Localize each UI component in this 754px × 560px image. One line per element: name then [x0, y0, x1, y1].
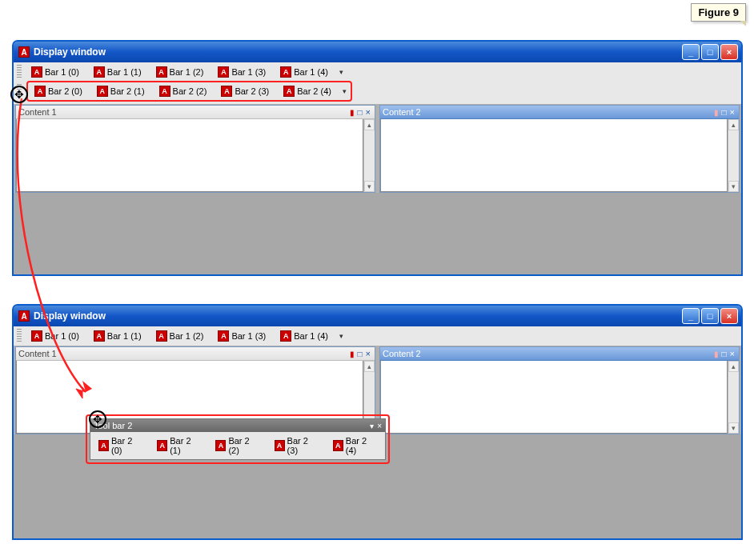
- content-pane-2: Content 2 ▮ □ × ▴ ▾: [379, 346, 740, 434]
- button-icon: A: [275, 440, 285, 451]
- button-icon: A: [221, 86, 232, 97]
- button-label: Bar 2 (3): [287, 436, 319, 455]
- toolbar-area: ABar 1 (0) ABar 1 (1) ABar 1 (2) ABar 1 …: [14, 326, 741, 346]
- pane-header[interactable]: Content 1 ▮ □ ×: [16, 347, 375, 361]
- pane-body: [380, 119, 728, 192]
- display-window-bottom: A Display window _ □ × ABar 1 (0) ABar 1…: [12, 304, 743, 540]
- maximize-button[interactable]: □: [701, 44, 719, 60]
- button-icon: A: [218, 330, 229, 342]
- window-title: Display window: [34, 310, 106, 322]
- button-icon: A: [159, 86, 170, 97]
- button-label: Bar 1 (2): [170, 331, 204, 341]
- scroll-up-icon[interactable]: ▴: [364, 119, 375, 130]
- button-label: Bar 1 (2): [170, 67, 204, 77]
- pane-header[interactable]: Content 1 ▮ □ ×: [16, 106, 375, 119]
- close-icon[interactable]: ×: [377, 422, 382, 430]
- close-button[interactable]: ×: [720, 308, 738, 324]
- toolbar-button[interactable]: ABar 1 (3): [213, 329, 271, 343]
- toolbar-grip[interactable]: [17, 329, 22, 343]
- toolbar-button[interactable]: ABar 1 (1): [89, 65, 146, 79]
- button-icon: A: [97, 86, 108, 97]
- scrollbar[interactable]: ▴ ▾: [728, 119, 739, 192]
- button-icon: A: [215, 440, 226, 451]
- toolbar-overflow[interactable]: ▾: [338, 66, 346, 78]
- toolbar-overflow[interactable]: ▾: [338, 330, 346, 342]
- button-label: Bar 1 (3): [231, 67, 266, 77]
- toolbar-button[interactable]: ABar 1 (4): [275, 65, 333, 79]
- button-label: Bar 2 (0): [48, 86, 82, 96]
- close-icon[interactable]: ×: [730, 107, 735, 117]
- toolbar-button[interactable]: ABar 2 (1): [92, 84, 150, 98]
- button-label: Bar 2 (2): [228, 436, 259, 455]
- scroll-up-icon[interactable]: ▴: [364, 361, 375, 372]
- pane-title: Content 2: [383, 107, 421, 117]
- toolbar-overflow[interactable]: ▾: [341, 86, 349, 97]
- scroll-up-icon[interactable]: ▴: [728, 119, 739, 130]
- content-pane-1: Content 1 ▮ □ × ▴ ▾: [15, 105, 375, 193]
- toolbar-button[interactable]: ABar 1 (2): [151, 65, 209, 79]
- minimize-icon: _: [688, 47, 693, 57]
- toolbar-button[interactable]: ABar 2 (0): [30, 84, 87, 98]
- pane-header[interactable]: Content 2 ▮ □ ×: [380, 347, 739, 361]
- toolbar-button[interactable]: ABar 1 (1): [89, 329, 146, 343]
- toolbar-button[interactable]: ABar 1 (3): [213, 65, 271, 79]
- toolbar-grip[interactable]: [17, 65, 22, 79]
- toolbar-button[interactable]: ABar 2 (0): [94, 434, 147, 457]
- button-label: Bar 1 (3): [231, 331, 266, 341]
- scroll-up-icon[interactable]: ▴: [728, 361, 739, 372]
- toolbar-button[interactable]: ABar 2 (3): [270, 434, 323, 457]
- window-background: Tool bar 2 ▾ × ABar 2 (0) ABar 2 (1) ABa…: [14, 434, 741, 538]
- scrollbar[interactable]: ▴ ▾: [363, 119, 375, 192]
- maximize-icon[interactable]: □: [722, 350, 727, 358]
- button-icon: A: [94, 330, 105, 342]
- toolbar-1[interactable]: ABar 1 (0) ABar 1 (1) ABar 1 (2) ABar 1 …: [17, 64, 738, 80]
- toolbar-button[interactable]: ABar 1 (2): [151, 329, 209, 343]
- move-cursor-icon: [10, 86, 28, 103]
- toolbar-button[interactable]: ABar 2 (3): [216, 84, 274, 98]
- titlebar[interactable]: A Display window _ □ ×: [14, 306, 741, 326]
- button-icon: A: [280, 66, 291, 78]
- toolbar-button[interactable]: ABar 2 (2): [154, 84, 212, 98]
- toolbar-button[interactable]: ABar 2 (4): [279, 84, 336, 98]
- floating-toolbar[interactable]: Tool bar 2 ▾ × ABar 2 (0) ABar 2 (1) ABa…: [90, 418, 386, 460]
- button-label: Bar 2 (4): [346, 436, 377, 455]
- close-icon[interactable]: ×: [366, 349, 371, 358]
- toolbar-button[interactable]: ABar 2 (1): [152, 434, 206, 457]
- pin-icon[interactable]: ▮: [714, 108, 719, 117]
- toolbar-options-icon[interactable]: ▾: [370, 422, 374, 430]
- close-icon[interactable]: ×: [366, 107, 371, 117]
- toolbar-button[interactable]: ABar 1 (4): [275, 329, 333, 343]
- button-label: Bar 1 (0): [45, 331, 79, 341]
- minimize-button[interactable]: _: [682, 44, 700, 60]
- pin-icon[interactable]: ▮: [714, 350, 719, 358]
- toolbar-button[interactable]: ABar 1 (0): [26, 65, 84, 79]
- pin-icon[interactable]: ▮: [350, 108, 355, 117]
- button-icon: A: [98, 440, 109, 451]
- pane-header[interactable]: Content 2 ▮ □ ×: [380, 106, 739, 119]
- scrollbar[interactable]: ▴ ▾: [728, 361, 739, 434]
- toolbar-1[interactable]: ABar 1 (0) ABar 1 (1) ABar 1 (2) ABar 1 …: [17, 328, 738, 344]
- display-window-top: A Display window _ □ × ABar 1 (0) ABar 1…: [12, 40, 743, 276]
- titlebar[interactable]: A Display window _ □ ×: [14, 42, 741, 62]
- maximize-button[interactable]: □: [701, 308, 719, 324]
- scroll-down-icon[interactable]: ▾: [728, 181, 739, 192]
- scroll-down-icon[interactable]: ▾: [728, 422, 739, 434]
- button-icon: A: [157, 440, 167, 451]
- scroll-down-icon[interactable]: ▾: [364, 181, 375, 192]
- button-label: Bar 2 (0): [111, 436, 142, 455]
- maximize-icon[interactable]: □: [722, 108, 727, 117]
- maximize-icon[interactable]: □: [358, 350, 363, 358]
- floating-toolbar-titlebar[interactable]: Tool bar 2 ▾ ×: [90, 419, 385, 432]
- minimize-button[interactable]: _: [682, 308, 700, 324]
- maximize-icon[interactable]: □: [358, 108, 363, 117]
- pin-icon[interactable]: ▮: [350, 350, 355, 358]
- button-icon: A: [31, 330, 42, 342]
- close-button[interactable]: ×: [720, 44, 738, 60]
- toolbar-button[interactable]: ABar 2 (4): [328, 434, 382, 457]
- close-icon[interactable]: ×: [730, 349, 735, 358]
- button-icon: A: [333, 440, 343, 451]
- pane-title: Content 1: [18, 107, 57, 117]
- toolbar-button[interactable]: ABar 2 (2): [211, 434, 264, 457]
- toolbar-button[interactable]: ABar 1 (0): [26, 329, 84, 343]
- content-pane-2: Content 2 ▮ □ × ▴ ▾: [379, 105, 740, 193]
